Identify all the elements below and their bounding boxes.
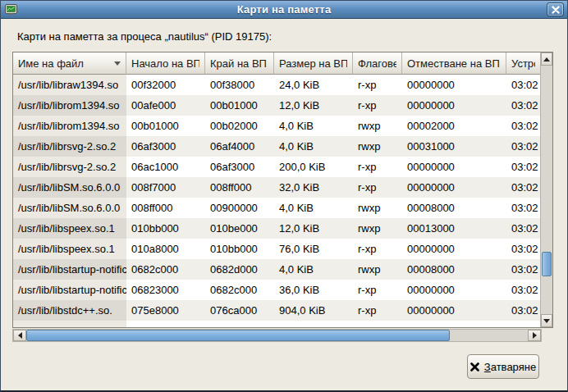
cell-vm-size: 4,0 KiB bbox=[274, 198, 353, 218]
table-row[interactable]: /usr/lib/librsvg-2.so.2 06ac1000 06af300… bbox=[13, 157, 540, 177]
scroll-down-button[interactable] bbox=[541, 314, 552, 327]
cell-vm-start: 06823000 bbox=[126, 280, 205, 300]
cell-device: 03:02 bbox=[506, 136, 540, 157]
table-row[interactable]: /usr/lib/libstartup-notification 0682c00… bbox=[13, 259, 540, 280]
column-header-vm-start[interactable]: Начало на ВП bbox=[126, 52, 205, 75]
cell-filename: /usr/lib/librsvg-2.so.2 bbox=[13, 136, 126, 157]
cell-filename: /usr/lib/libSM.so.6.0.0 bbox=[13, 198, 126, 218]
cell-vm-offset: 00008000 bbox=[402, 259, 506, 280]
cell-vm-start: 06ac1000 bbox=[126, 157, 205, 177]
cell-device: 03:02 bbox=[506, 259, 540, 280]
cell-flags: rwxp bbox=[353, 259, 402, 280]
cell-vm-end: 00900000 bbox=[205, 198, 274, 218]
cell-vm-end: 0682d000 bbox=[205, 259, 274, 280]
cell-filename: /usr/lib/libSM.so.6.0.0 bbox=[13, 177, 126, 198]
scroll-up-button[interactable] bbox=[541, 52, 552, 66]
cell-flags: r-xp bbox=[353, 300, 402, 321]
cell-vm-offset: 00000000 bbox=[402, 239, 506, 259]
close-button-label: Затваряне bbox=[484, 361, 536, 373]
memory-maps-table: Име на файл Начало на ВП Край на ВП Разм… bbox=[12, 52, 553, 328]
cell-vm-end: 06af4000 bbox=[205, 136, 274, 157]
vertical-scrollbar-thumb[interactable] bbox=[542, 252, 552, 276]
sort-descending-icon bbox=[114, 62, 121, 66]
process-description-label: Карти на паметта за процеса „nautilus“ (… bbox=[17, 30, 272, 43]
cell-vm-size: 32,0 KiB bbox=[274, 177, 353, 198]
cell-vm-start: 010bb000 bbox=[126, 218, 205, 239]
column-header-vm-end[interactable]: Край на ВП bbox=[205, 52, 274, 75]
horizontal-scrollbar-thumb[interactable] bbox=[26, 330, 450, 341]
arrow-up-icon bbox=[543, 57, 550, 62]
cell-flags: r-xp bbox=[353, 280, 402, 300]
cell-flags: r-xp bbox=[353, 95, 402, 116]
cell-vm-size: 200,0 KiB bbox=[274, 157, 353, 177]
column-header-vm-offset[interactable]: Отместване на ВП bbox=[402, 52, 506, 75]
scroll-right-button[interactable] bbox=[528, 330, 541, 341]
column-header-filename[interactable]: Име на файл bbox=[13, 52, 126, 75]
titlebar-close-button[interactable] bbox=[547, 2, 564, 16]
cell-device: 03:02 bbox=[506, 280, 540, 300]
close-button[interactable]: Затваряне bbox=[467, 354, 539, 379]
scroll-left-button[interactable] bbox=[13, 330, 26, 341]
horizontal-scrollbar[interactable] bbox=[12, 329, 542, 342]
titlebar[interactable]: Карти на паметта bbox=[1, 1, 567, 19]
cell-vm-end: 06af3000 bbox=[205, 157, 274, 177]
cell-vm-offset: 00000000 bbox=[402, 177, 506, 198]
cell-vm-offset: 00013000 bbox=[402, 218, 506, 239]
cell-vm-size: 24,0 KiB bbox=[274, 75, 353, 95]
cell-vm-offset: 00031000 bbox=[402, 136, 506, 157]
cell-vm-end: 076ca000 bbox=[205, 300, 274, 321]
cell-flags: r-xp bbox=[353, 239, 402, 259]
cell-device: 03:02 bbox=[506, 198, 540, 218]
cell-vm-start: 0682c000 bbox=[126, 259, 205, 280]
table-row[interactable]: /usr/lib/librom1394.so 00b01000 00b02000… bbox=[13, 116, 540, 136]
cell-device: 03:02 bbox=[506, 75, 540, 95]
cell-filename: /usr/lib/libstartup-notification bbox=[13, 259, 126, 280]
cell-vm-start: 010a8000 bbox=[126, 239, 205, 259]
cell-device: 03:02 bbox=[506, 157, 540, 177]
arrow-down-icon bbox=[543, 319, 550, 323]
cell-vm-size: 36,0 KiB bbox=[274, 280, 353, 300]
table-row[interactable]: /usr/lib/libspeex.so.1 010bb000 010be000… bbox=[13, 218, 540, 239]
column-header-vm-size[interactable]: Размер на ВП bbox=[274, 52, 353, 75]
cell-vm-offset: 00000000 bbox=[402, 75, 506, 95]
table-row[interactable]: /usr/lib/librsvg-2.so.2 06af3000 06af400… bbox=[13, 136, 540, 157]
column-header-flags[interactable]: Флагове bbox=[353, 52, 402, 75]
table-row[interactable]: /usr/lib/libspeex.so.1 010a8000 010bb000… bbox=[13, 239, 540, 259]
close-x-icon bbox=[552, 6, 560, 14]
arrow-right-icon bbox=[533, 332, 537, 339]
system-monitor-icon[interactable] bbox=[4, 2, 18, 16]
table-row[interactable]: /usr/lib/libraw1394.so 00f32000 00f38000… bbox=[13, 75, 540, 95]
cell-flags: rwxp bbox=[353, 136, 402, 157]
cell-device: 03:02 bbox=[506, 218, 540, 239]
cell-vm-start: 00f32000 bbox=[126, 75, 205, 95]
cell-vm-end: 0682c000 bbox=[205, 280, 274, 300]
arrow-left-icon bbox=[18, 332, 22, 339]
cell-vm-size: 4,0 KiB bbox=[274, 136, 353, 157]
table-row[interactable]: /usr/lib/libstartup-notification 0682300… bbox=[13, 280, 540, 300]
table-row[interactable]: /usr/lib/librom1394.so 00afe000 00b01000… bbox=[13, 95, 540, 116]
cell-flags: rwxp bbox=[353, 116, 402, 136]
cell-vm-size: 12,0 KiB bbox=[274, 95, 353, 116]
cell-vm-size: 76,0 KiB bbox=[274, 239, 353, 259]
cell-vm-offset: 00000000 bbox=[402, 280, 506, 300]
table-row[interactable]: /usr/lib/libSM.so.6.0.0 008ff000 0090000… bbox=[13, 198, 540, 218]
cell-vm-offset: 00002000 bbox=[402, 116, 506, 136]
column-header-device[interactable]: Устройство bbox=[506, 52, 540, 75]
vertical-scrollbar[interactable] bbox=[540, 52, 552, 327]
cell-device: 03:02 bbox=[506, 300, 540, 321]
table-row[interactable]: /usr/lib/libstdc++.so. 075e8000 076ca000… bbox=[13, 300, 540, 321]
cell-flags: r-xp bbox=[353, 75, 402, 95]
cell-vm-size: 904,0 KiB bbox=[274, 300, 353, 321]
cell-flags: rwxp bbox=[353, 218, 402, 239]
cell-filename: /usr/lib/librom1394.so bbox=[13, 95, 126, 116]
cell-vm-start: 075e8000 bbox=[126, 300, 205, 321]
cell-vm-start: 008ff000 bbox=[126, 198, 205, 218]
cell-vm-offset: 00000000 bbox=[402, 95, 506, 116]
cell-vm-size: 4,0 KiB bbox=[274, 259, 353, 280]
table-body: /usr/lib/libraw1394.so 00f32000 00f38000… bbox=[13, 75, 540, 327]
cell-device: 03:02 bbox=[506, 116, 540, 136]
cell-device: 03:02 bbox=[506, 177, 540, 198]
table-row[interactable]: /usr/lib/libSM.so.6.0.0 008f7000 008ff00… bbox=[13, 177, 540, 198]
close-x-icon bbox=[470, 362, 479, 371]
cell-vm-offset: 00000000 bbox=[402, 300, 506, 321]
